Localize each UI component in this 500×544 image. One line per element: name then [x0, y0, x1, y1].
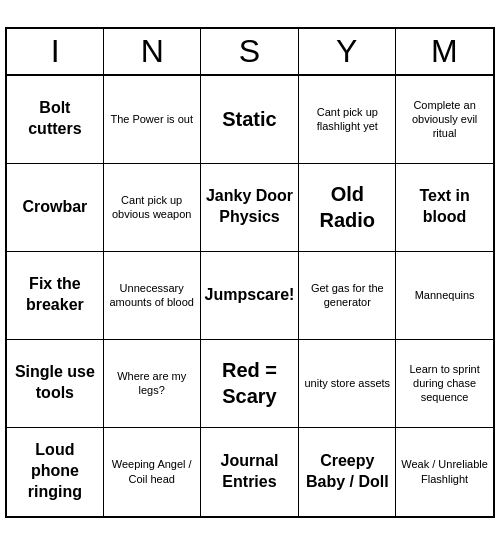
bingo-cell-14[interactable]: Mannequins — [396, 252, 493, 340]
bingo-cell-16[interactable]: Where are my legs? — [104, 340, 201, 428]
bingo-cell-17[interactable]: Red = Scary — [201, 340, 300, 428]
header-letter-i: I — [7, 29, 104, 74]
bingo-grid: Bolt cuttersThe Power is outStaticCant p… — [7, 76, 493, 516]
bingo-cell-20[interactable]: Loud phone ringing — [7, 428, 104, 516]
bingo-cell-22[interactable]: Journal Entries — [201, 428, 300, 516]
bingo-cell-10[interactable]: Fix the breaker — [7, 252, 104, 340]
bingo-cell-4[interactable]: Complete an obviously evil ritual — [396, 76, 493, 164]
bingo-cell-9[interactable]: Text in blood — [396, 164, 493, 252]
bingo-cell-7[interactable]: Janky Door Physics — [201, 164, 300, 252]
bingo-cell-21[interactable]: Weeping Angel / Coil head — [104, 428, 201, 516]
header-letter-n: N — [104, 29, 201, 74]
header-row: INSYM — [7, 29, 493, 76]
bingo-cell-0[interactable]: Bolt cutters — [7, 76, 104, 164]
bingo-cell-24[interactable]: Weak / Unreliable Flashlight — [396, 428, 493, 516]
bingo-cell-23[interactable]: Creepy Baby / Doll — [299, 428, 396, 516]
bingo-cell-3[interactable]: Cant pick up flashlight yet — [299, 76, 396, 164]
bingo-cell-5[interactable]: Crowbar — [7, 164, 104, 252]
bingo-cell-13[interactable]: Get gas for the generator — [299, 252, 396, 340]
bingo-cell-12[interactable]: Jumpscare! — [201, 252, 300, 340]
bingo-card: INSYM Bolt cuttersThe Power is outStatic… — [5, 27, 495, 518]
bingo-cell-19[interactable]: Learn to sprint during chase sequence — [396, 340, 493, 428]
bingo-cell-15[interactable]: Single use tools — [7, 340, 104, 428]
bingo-cell-8[interactable]: Old Radio — [299, 164, 396, 252]
header-letter-y: Y — [299, 29, 396, 74]
bingo-cell-1[interactable]: The Power is out — [104, 76, 201, 164]
bingo-cell-18[interactable]: unity store assets — [299, 340, 396, 428]
header-letter-m: M — [396, 29, 493, 74]
bingo-cell-11[interactable]: Unnecessary amounts of blood — [104, 252, 201, 340]
bingo-cell-6[interactable]: Cant pick up obvious weapon — [104, 164, 201, 252]
bingo-cell-2[interactable]: Static — [201, 76, 300, 164]
header-letter-s: S — [201, 29, 298, 74]
